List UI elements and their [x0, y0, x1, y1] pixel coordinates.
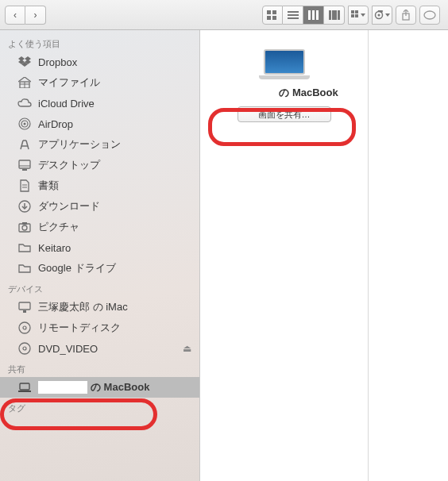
svg-point-54 [19, 343, 30, 354]
svg-point-48 [22, 225, 27, 230]
svg-point-24 [424, 11, 435, 19]
view-list-button[interactable] [283, 6, 303, 25]
svg-rect-3 [272, 16, 276, 20]
svg-rect-10 [329, 10, 331, 20]
screen-share-button[interactable]: 画面を共有… [238, 106, 331, 122]
svg-rect-40 [19, 160, 30, 168]
sidebar-item-remotedisc[interactable]: リモートディスク [0, 317, 199, 338]
view-gallery-button[interactable] [324, 6, 345, 25]
svg-point-19 [378, 13, 380, 16]
sidebar-item-label: 書類 [38, 179, 59, 193]
download-icon [17, 199, 32, 214]
sidebar-item-airdrop[interactable]: AirDrop [0, 114, 199, 134]
sidebar-item-dvd[interactable]: DVD_VIDEO ⏏ [0, 338, 199, 359]
sidebar-item-downloads[interactable]: ダウンロード [0, 196, 199, 217]
section-tags-title: タグ [0, 398, 199, 416]
disc-icon [17, 341, 32, 356]
sidebar-item-shared-macbook[interactable]: の MacBook [0, 377, 199, 398]
apps-icon [17, 137, 32, 152]
svg-rect-0 [267, 10, 271, 14]
svg-marker-21 [385, 13, 390, 17]
share-toolbar-button[interactable] [396, 6, 416, 25]
sidebar-item-label: Keitaro [38, 242, 71, 254]
sidebar-item-keitaro[interactable]: Keitaro [0, 237, 199, 258]
svg-rect-6 [288, 17, 299, 19]
airdrop-icon [17, 117, 32, 131]
svg-rect-7 [308, 10, 311, 20]
folder-icon [17, 240, 32, 255]
home-icon [17, 75, 32, 90]
svg-rect-14 [355, 10, 358, 13]
svg-rect-56 [20, 383, 29, 390]
sidebar-item-label: 三塚慶太郎 の iMac [38, 300, 128, 314]
svg-rect-57 [18, 391, 31, 392]
svg-rect-49 [22, 222, 27, 225]
sidebar-item-label: マイファイル [38, 75, 100, 90]
sidebar-item-label: の MacBook [91, 380, 149, 394]
sidebar: よく使う項目 Dropbox マイファイル iCloud Drive AirDr… [0, 30, 200, 481]
sidebar-item-applications[interactable]: アプリケーション [0, 134, 199, 155]
svg-point-35 [24, 123, 26, 125]
sidebar-item-label: AirDrop [38, 118, 73, 130]
svg-rect-11 [332, 10, 337, 20]
svg-rect-5 [288, 14, 299, 16]
laptop-large-icon [259, 49, 310, 81]
section-devices-title: デバイス [0, 279, 199, 297]
arrange-button[interactable] [348, 6, 369, 25]
back-button[interactable]: ‹ [5, 6, 25, 25]
tags-button[interactable] [419, 6, 440, 25]
svg-point-53 [23, 326, 26, 329]
svg-line-37 [26, 140, 29, 149]
view-icons-button[interactable] [262, 6, 283, 25]
svg-rect-51 [23, 310, 26, 313]
redacted-name [230, 87, 277, 98]
content-area: の MacBook 画面を共有… [200, 30, 448, 481]
disc-icon [17, 321, 32, 335]
laptop-icon [17, 380, 32, 394]
sidebar-item-documents[interactable]: 書類 [0, 175, 199, 196]
redacted-name [38, 381, 87, 394]
device-name-label: の MacBook [279, 86, 338, 100]
sidebar-item-imac[interactable]: 三塚慶太郎 の iMac [0, 297, 199, 317]
svg-rect-16 [355, 14, 358, 17]
svg-marker-17 [361, 13, 365, 17]
sidebar-item-label: デスクトップ [38, 158, 100, 172]
sidebar-item-label: ダウンロード [38, 199, 100, 214]
eject-icon[interactable]: ⏏ [183, 343, 191, 354]
imac-icon [17, 300, 32, 314]
svg-rect-12 [338, 10, 340, 20]
sidebar-item-icloud[interactable]: iCloud Drive [0, 93, 199, 114]
desktop-icon [17, 158, 32, 172]
docs-icon [17, 179, 32, 193]
svg-rect-9 [316, 10, 319, 20]
svg-rect-8 [312, 10, 315, 20]
sidebar-item-label: Google ドライブ [38, 261, 116, 275]
forward-button[interactable]: › [25, 6, 46, 25]
svg-rect-13 [351, 10, 354, 13]
view-columns-button[interactable] [303, 6, 324, 25]
pictures-icon [17, 220, 32, 234]
svg-rect-42 [22, 169, 27, 171]
svg-line-36 [21, 140, 23, 149]
svg-rect-4 [288, 11, 299, 13]
sidebar-item-myfiles[interactable]: マイファイル [0, 72, 199, 93]
nav-group: ‹ › [5, 6, 46, 25]
sidebar-item-label: iCloud Drive [38, 98, 95, 110]
svg-rect-50 [19, 302, 30, 310]
svg-point-55 [23, 347, 26, 350]
view-group [262, 6, 345, 25]
section-shared-title: 共有 [0, 359, 199, 377]
svg-rect-2 [267, 16, 271, 20]
device-card: の MacBook 画面を共有… [207, 49, 361, 122]
sidebar-item-label: リモートディスク [38, 321, 121, 335]
column-list: の MacBook 画面を共有… [200, 30, 369, 481]
toolbar: ‹ › [0, 0, 448, 30]
sidebar-item-googledrive[interactable]: Google ドライブ [0, 258, 199, 279]
sidebar-item-label: Dropbox [38, 56, 77, 68]
column-empty [369, 30, 448, 481]
sidebar-item-dropbox[interactable]: Dropbox [0, 52, 199, 72]
sidebar-item-desktop[interactable]: デスクトップ [0, 155, 199, 175]
sidebar-item-label: アプリケーション [38, 137, 121, 152]
action-button[interactable] [372, 6, 392, 25]
sidebar-item-pictures[interactable]: ピクチャ [0, 217, 199, 237]
